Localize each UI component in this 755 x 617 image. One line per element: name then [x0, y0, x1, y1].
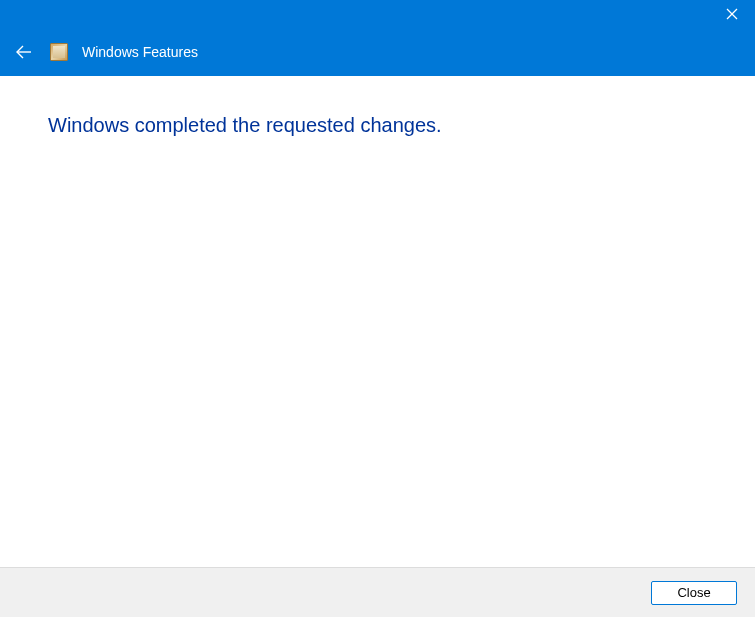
footer-bar: Close	[0, 567, 755, 617]
status-message: Windows completed the requested changes.	[48, 114, 707, 137]
back-button[interactable]	[12, 40, 36, 64]
close-icon	[726, 8, 738, 20]
dialog-title: Windows Features	[82, 44, 198, 60]
content-area: Windows completed the requested changes.	[0, 76, 755, 567]
window-close-button[interactable]	[709, 0, 755, 28]
header-bar: Windows Features	[0, 28, 755, 76]
back-arrow-icon	[14, 42, 34, 62]
windows-features-icon	[50, 43, 68, 61]
titlebar	[0, 0, 755, 28]
close-button[interactable]: Close	[651, 581, 737, 605]
